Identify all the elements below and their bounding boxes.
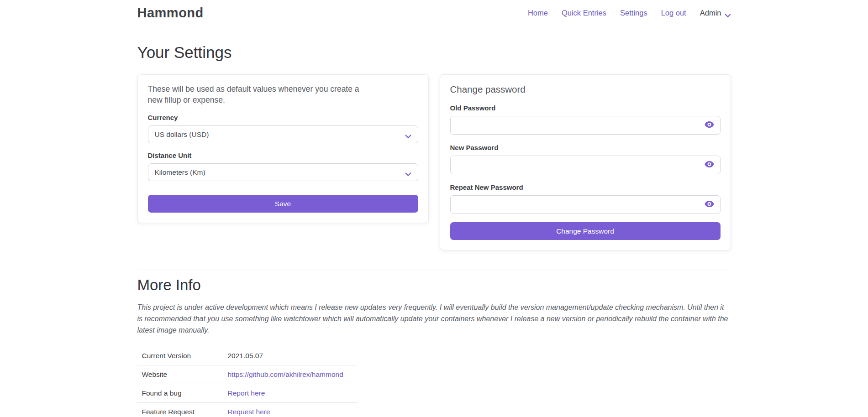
user-menu-admin[interactable]: Admin <box>700 9 731 17</box>
nav-item-logout[interactable]: Log out <box>661 9 686 17</box>
chevron-down-icon <box>725 11 731 15</box>
old-password-group <box>450 116 721 135</box>
nav-item-settings[interactable]: Settings <box>620 9 647 17</box>
brand-logo[interactable]: Hammond <box>137 5 204 21</box>
toggle-password-visibility-button[interactable] <box>705 162 715 169</box>
table-row-current-version: Current Version 2021.05.07 <box>137 347 358 365</box>
report-bug-link[interactable]: Report here <box>228 389 265 397</box>
change-password-card: Change password Old Password New Passwor… <box>440 74 731 250</box>
feature-request-link[interactable]: Request here <box>228 408 270 416</box>
currency-selected-value: US dollars (USD) <box>155 130 209 139</box>
toggle-password-visibility-button[interactable] <box>705 201 715 208</box>
change-password-button[interactable]: Change Password <box>450 222 721 240</box>
defaults-card: These will be used as default values whe… <box>137 74 429 223</box>
more-info-title: More Info <box>137 276 731 294</box>
table-row-found-a-bug: Found a bug Report here <box>137 384 358 403</box>
current-version-value: 2021.05.07 <box>223 347 358 365</box>
eye-icon <box>705 161 714 169</box>
table-row-label: Feature Request <box>137 403 223 417</box>
distance-unit-label: Distance Unit <box>148 151 418 159</box>
distance-unit-select[interactable]: Kilometers (Km) <box>148 163 418 181</box>
nav-item-home[interactable]: Home <box>528 9 548 17</box>
new-password-input[interactable] <box>450 156 721 174</box>
main-content: Your Settings These will be used as defa… <box>137 43 731 417</box>
old-password-label: Old Password <box>450 104 721 112</box>
section-divider <box>137 270 731 270</box>
settings-cards-row: These will be used as default values whe… <box>137 74 731 250</box>
eye-icon <box>705 121 714 129</box>
chevron-down-icon <box>405 170 411 174</box>
info-table: Current Version 2021.05.07 Website https… <box>137 347 358 417</box>
eye-icon <box>705 201 714 208</box>
table-row-website: Website https://github.com/akhilrex/hamm… <box>137 365 358 384</box>
nav-links: Home Quick Entries Settings Log out Admi… <box>528 9 731 17</box>
new-password-label: New Password <box>450 144 721 151</box>
table-row-feature-request: Feature Request Request here <box>137 403 358 417</box>
table-row-label: Current Version <box>137 347 223 365</box>
website-link[interactable]: https://github.com/akhilrex/hammond <box>228 370 343 378</box>
distance-unit-selected-value: Kilometers (Km) <box>155 168 205 177</box>
table-row-label: Found a bug <box>137 384 223 403</box>
page-title: Your Settings <box>137 43 731 62</box>
change-password-title: Change password <box>450 84 721 95</box>
defaults-description: These will be used as default values whe… <box>148 84 367 105</box>
navbar: Hammond Home Quick Entries Settings Log … <box>0 0 868 21</box>
save-button[interactable]: Save <box>148 195 418 213</box>
repeat-new-password-input[interactable] <box>450 195 721 214</box>
toggle-password-visibility-button[interactable] <box>705 122 715 129</box>
user-menu-label: Admin <box>700 9 721 17</box>
table-row-label: Website <box>137 365 223 384</box>
currency-label: Currency <box>148 114 418 121</box>
repeat-new-password-group <box>450 195 721 214</box>
old-password-input[interactable] <box>450 116 721 135</box>
development-note: This project is under active development… <box>137 302 731 336</box>
nav-item-quick-entries[interactable]: Quick Entries <box>562 9 606 17</box>
currency-select[interactable]: US dollars (USD) <box>148 125 418 143</box>
chevron-down-icon <box>405 132 411 136</box>
repeat-new-password-label: Repeat New Password <box>450 183 721 191</box>
new-password-group <box>450 156 721 174</box>
